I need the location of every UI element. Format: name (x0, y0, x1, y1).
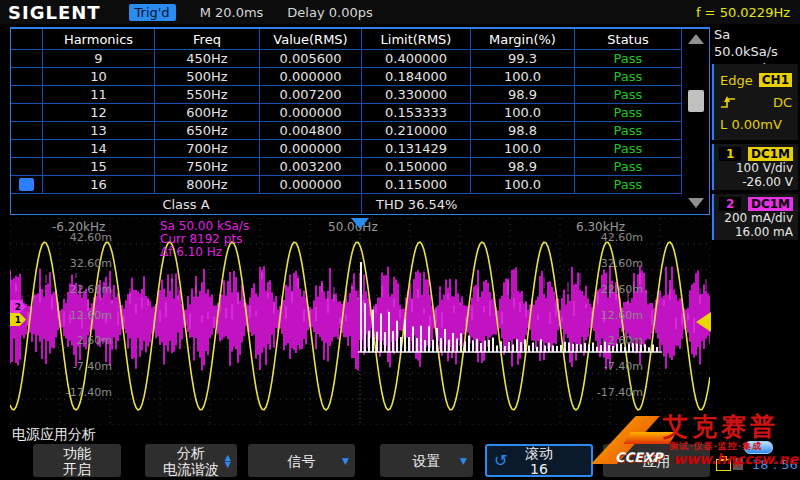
vertical-scale-label: 42.60m (54, 231, 112, 244)
arrow-icon: ▲▼ (225, 454, 231, 468)
clock: 18 : 56 (752, 457, 798, 472)
cell-value: 0.007200 (260, 86, 362, 104)
soft-menu-button[interactable]: ↺ 设置 ▼ (380, 444, 473, 477)
vertical-scale-label: 22.60m (585, 283, 643, 296)
row-select-marker (19, 124, 34, 137)
row-select-marker (19, 142, 34, 155)
cell-limit: 0.115000 (362, 176, 471, 194)
column-header-limit: Limit(RMS) (362, 29, 471, 50)
cell-limit: 0.153333 (362, 104, 471, 122)
class-summary: Class A (11, 194, 362, 214)
soft-menu-button[interactable]: ↺ 应用 (603, 444, 710, 477)
table-scrollbar (682, 29, 709, 214)
arrow-icon: ▼ (460, 457, 467, 464)
button-label-line1: 设置 (413, 453, 441, 469)
vertical-scale-label: -7.40m (54, 360, 112, 373)
cell-margin: 100.0 (471, 104, 575, 122)
row-select-marker (19, 88, 34, 101)
cell-status: Pass (575, 158, 682, 176)
cell-harmonic: 12 (43, 104, 155, 122)
cell-value: 0.000000 (260, 104, 362, 122)
trigger-source-badge: CH1 (759, 73, 792, 87)
cell-margin: 98.9 (471, 86, 575, 104)
vertical-scale-label: 12.60m (54, 309, 112, 322)
button-label-line1: 滚动 (525, 445, 553, 461)
trigger-level: L 0.00mV (720, 117, 782, 132)
vertical-scale-label: 12.60m (585, 309, 643, 322)
cell-margin: 98.8 (471, 122, 575, 140)
cell-value: 0.000000 (260, 140, 362, 158)
watermark-logo-stroke (624, 432, 677, 444)
cell-status: Pass (575, 176, 682, 194)
cell-freq: 750Hz (155, 158, 260, 176)
trigger-coupling: DC (773, 95, 792, 110)
printer-icon[interactable] (716, 459, 731, 471)
cell-value: 0.000000 (260, 176, 362, 194)
channel1-coupling-badge: DC1M (748, 147, 793, 161)
channel2-offset: 16.00 mA (719, 225, 793, 239)
rotate-knob-icon: ↺ (494, 453, 507, 469)
column-header-harmonics: Harmonics (43, 29, 155, 50)
channel2-box[interactable]: 2 DC1M 200 mA/div 16.00 mA (712, 194, 798, 240)
channel1-id: 1 (719, 147, 741, 161)
soft-menu-button[interactable]: ↺ 滚动 16 (485, 444, 593, 477)
channel1-box[interactable]: 1 DC1M 100 V/div -26.00 V (712, 144, 798, 190)
cell-freq: 800Hz (155, 176, 260, 194)
timebase-readout[interactable]: M 20.0ms (200, 5, 264, 20)
cell-harmonic: 10 (43, 68, 155, 86)
row-select-marker (19, 178, 34, 191)
vertical-scale-label: -7.40m (585, 360, 643, 373)
vertical-scale-label: 22.60m (54, 283, 112, 296)
cell-value: 0.000000 (260, 68, 362, 86)
cell-freq: 600Hz (155, 104, 260, 122)
trigger-status-badge: Trig'd (129, 4, 176, 21)
vertical-scale-label: 32.60m (54, 257, 112, 270)
cell-status: Pass (575, 104, 682, 122)
cell-limit: 0.400000 (362, 50, 471, 68)
column-header-margin: Margin(%) (471, 29, 575, 50)
column-header-freq: Freq (155, 29, 260, 50)
soft-menu-button[interactable]: ↺ 信号 ▼ (248, 444, 355, 477)
cell-margin: 100.0 (471, 140, 575, 158)
header-marker-col (11, 29, 43, 50)
channel2-scale: 200 mA/div (719, 211, 793, 225)
cell-freq: 450Hz (155, 50, 260, 68)
frequency-counter: f = 50.0229Hz (696, 5, 790, 20)
thd-summary: THD 36.54% (362, 194, 682, 214)
column-header-status: Status (575, 29, 682, 50)
button-label-line1: 应用 (643, 453, 671, 469)
scroll-up-icon[interactable] (688, 34, 704, 44)
button-label-line2: 电流谐波 (163, 461, 219, 477)
vertical-scale-label: 2.60m (585, 334, 643, 347)
arrow-icon: ▼ (342, 457, 349, 464)
trigger-type: Edge (720, 73, 753, 88)
cell-margin: 99.3 (471, 50, 575, 68)
row-select-marker (19, 106, 34, 119)
button-label-line1: 功能 (63, 445, 91, 461)
cell-margin: 98.9 (471, 158, 575, 176)
trigger-position-marker[interactable] (351, 218, 369, 229)
cell-status: Pass (575, 86, 682, 104)
rising-edge-icon (720, 94, 737, 110)
cell-limit: 0.131429 (362, 140, 471, 158)
cell-harmonic: 14 (43, 140, 155, 158)
trigger-level-marker[interactable] (696, 312, 711, 332)
cell-freq: 550Hz (155, 86, 260, 104)
vertical-scale-label: 42.60m (585, 231, 643, 244)
delay-readout[interactable]: Delay 0.00ps (287, 5, 372, 20)
soft-menu-button[interactable]: ↺ 功能 开启 (33, 444, 121, 477)
soft-menu-button[interactable]: ↺ 分析 电流谐波 ▲▼ (145, 444, 237, 477)
scroll-down-icon[interactable] (688, 198, 704, 208)
cell-margin: 100.0 (471, 176, 575, 194)
cell-limit: 0.184000 (362, 68, 471, 86)
scrollbar-thumb[interactable] (688, 90, 704, 112)
usb-indicator (744, 441, 773, 454)
cell-harmonic: 15 (43, 158, 155, 176)
cell-harmonic: 16 (43, 176, 155, 194)
cell-harmonic: 11 (43, 86, 155, 104)
trigger-panel[interactable]: Edge CH1 DC L 0.00mV (712, 64, 798, 140)
cell-margin: 100.0 (471, 68, 575, 86)
button-label-line1: 分析 (177, 445, 205, 461)
button-label-line2: 开启 (63, 461, 91, 477)
row-select-marker (19, 70, 34, 83)
